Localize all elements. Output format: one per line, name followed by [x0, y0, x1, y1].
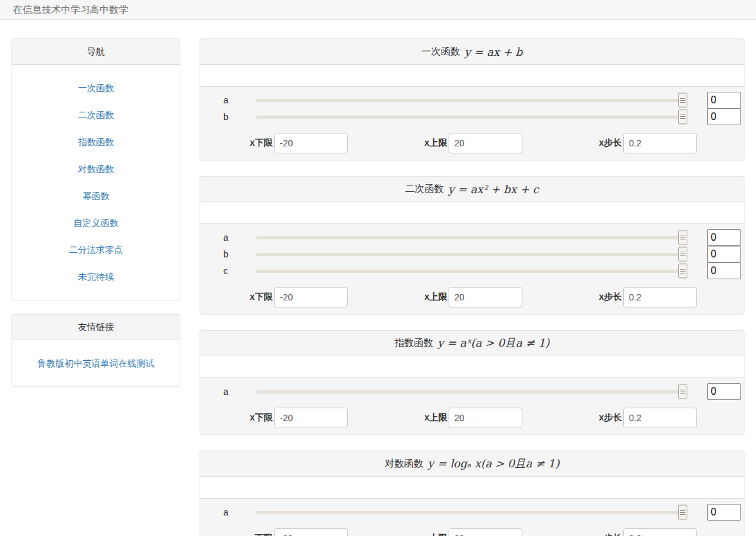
slider-row-a: a [200, 383, 744, 400]
sidebar: 导航 一次函数 二次函数 指数函数 对数函数 幂函数 自定义函数 二分法求零点 … [12, 39, 180, 401]
nav-panel-body: 一次函数 二次函数 指数函数 对数函数 幂函数 自定义函数 二分法求零点 未完待… [12, 65, 180, 300]
x-min-label: x下限 [223, 533, 273, 536]
slider-track-a[interactable] [256, 99, 683, 102]
slider-label: a [223, 386, 256, 397]
panel-linear-controls: a b x下限 x上限 [200, 86, 744, 160]
slider-track-b[interactable] [256, 253, 683, 256]
slider-grip-icon [680, 268, 685, 273]
plot-area [200, 65, 744, 86]
slider-handle-c[interactable] [678, 264, 687, 279]
panel-linear-formula: y = ax + b [465, 46, 522, 58]
friend-links-panel: 友情链接 鲁教版初中英语单词在线测试 [12, 314, 180, 387]
x-step-input[interactable] [623, 528, 697, 536]
x-step-input[interactable] [623, 287, 697, 307]
slider-label: a [223, 507, 256, 517]
sidebar-item-linear[interactable]: 一次函数 [12, 74, 180, 101]
sidebar-item-custom[interactable]: 自定义函数 [12, 209, 180, 236]
slider-track-c[interactable] [256, 270, 683, 273]
panel-logarithmic-name: 对数函数 [384, 458, 423, 470]
x-step-group: x步长 [572, 133, 697, 153]
slider-handle-a[interactable] [678, 93, 687, 108]
slider-row-a: a [200, 229, 744, 246]
x-range-row: x下限 x上限 x步长 [200, 408, 744, 428]
slider-handle-a[interactable] [678, 230, 687, 245]
panel-exponential-name: 指数函数 [395, 337, 433, 349]
x-max-label: x上限 [398, 412, 447, 424]
slider-value-c[interactable] [707, 263, 741, 279]
slider-track-a[interactable] [256, 236, 683, 239]
slider-track-b[interactable] [256, 116, 683, 119]
site-title: 在信息技术中学习高中数学 [0, 0, 756, 19]
panel-quadratic-formula: y = ax² + bx + c [448, 183, 538, 196]
x-range-row: x下限 x上限 x步长 [200, 287, 744, 307]
panel-logarithmic-controls: a x下限 x上限 x步长 [200, 498, 744, 536]
x-min-label: x下限 [223, 412, 273, 424]
x-max-input[interactable] [449, 287, 522, 307]
friend-link-english-test[interactable]: 鲁教版初中英语单词在线测试 [12, 350, 180, 377]
slider-value-a[interactable] [707, 229, 741, 246]
slider-handle-a[interactable] [678, 505, 687, 520]
slider-label: a [223, 95, 256, 105]
sidebar-item-exponential[interactable]: 指数函数 [12, 128, 180, 155]
x-min-group: x下限 [223, 133, 348, 153]
x-max-input[interactable] [449, 133, 522, 153]
slider-track-a[interactable] [256, 511, 683, 514]
x-max-group: x上限 [398, 408, 522, 428]
slider-grip-icon [680, 389, 685, 394]
plot-area [200, 477, 744, 498]
x-min-input[interactable] [274, 528, 348, 536]
slider-handle-b[interactable] [678, 110, 687, 125]
panel-exponential-controls: a x下限 x上限 x步长 [200, 377, 744, 435]
slider-value-b[interactable] [707, 108, 741, 125]
friend-links-title: 友情链接 [12, 315, 180, 340]
slider-label: b [223, 112, 256, 122]
x-min-input[interactable] [274, 287, 348, 307]
x-step-group: x步长 [572, 408, 697, 428]
x-min-group: x下限 [223, 287, 348, 307]
slider-value-a[interactable] [707, 92, 741, 108]
slider-value-a[interactable] [707, 504, 741, 521]
plot-area [200, 202, 744, 223]
slider-handle-a[interactable] [678, 385, 687, 399]
x-min-group: x下限 [223, 408, 348, 428]
x-min-input[interactable] [274, 408, 348, 428]
panel-logarithmic-formula: y = logₐ x(a > 0且a ≠ 1) [427, 456, 559, 471]
slider-grip-icon [680, 252, 685, 257]
x-max-label: x上限 [398, 291, 447, 303]
panel-linear-name: 一次函数 [422, 46, 460, 58]
x-step-group: x步长 [572, 528, 697, 536]
slider-value-b[interactable] [707, 246, 741, 263]
slider-track-a[interactable] [256, 390, 683, 393]
x-step-label: x步长 [572, 412, 622, 424]
sidebar-item-quadratic[interactable]: 二次函数 [12, 101, 180, 128]
x-min-input[interactable] [274, 133, 348, 153]
slider-handle-b[interactable] [678, 247, 687, 262]
panel-quadratic-name: 二次函数 [405, 183, 443, 195]
panel-quadratic-heading: 二次函数 y = ax² + bx + c [200, 177, 744, 202]
sidebar-item-bisection[interactable]: 二分法求零点 [12, 236, 180, 263]
x-step-input[interactable] [623, 133, 697, 153]
x-max-input[interactable] [449, 528, 522, 536]
x-max-label: x上限 [398, 533, 447, 536]
nav-panel: 导航 一次函数 二次函数 指数函数 对数函数 幂函数 自定义函数 二分法求零点 … [12, 39, 180, 300]
slider-row-b: b [200, 108, 744, 125]
panel-linear-heading: 一次函数 y = ax + b [200, 39, 744, 65]
slider-label: c [223, 266, 256, 276]
x-max-label: x上限 [398, 137, 447, 149]
slider-value-a[interactable] [707, 383, 741, 400]
sidebar-item-power[interactable]: 幂函数 [12, 182, 180, 209]
x-max-group: x上限 [398, 287, 522, 307]
sidebar-item-tobecontinued[interactable]: 未完待续 [12, 263, 180, 290]
panel-linear-function: 一次函数 y = ax + b a b x下限 [200, 39, 744, 160]
x-step-input[interactable] [623, 408, 697, 428]
x-step-label: x步长 [572, 291, 622, 303]
x-min-label: x下限 [223, 291, 273, 303]
slider-label: a [223, 232, 256, 243]
slider-grip-icon [680, 98, 685, 103]
top-navbar: 在信息技术中学习高中数学 [0, 0, 756, 20]
sidebar-item-logarithmic[interactable]: 对数函数 [12, 155, 180, 182]
panel-exponential-function: 指数函数 y = aˣ(a > 0且a ≠ 1) a x下限 x上限 [200, 330, 744, 435]
panel-logarithmic-function: 对数函数 y = logₐ x(a > 0且a ≠ 1) a x下限 x上限 [200, 451, 744, 536]
x-max-input[interactable] [449, 408, 522, 428]
slider-grip-icon [680, 235, 685, 240]
